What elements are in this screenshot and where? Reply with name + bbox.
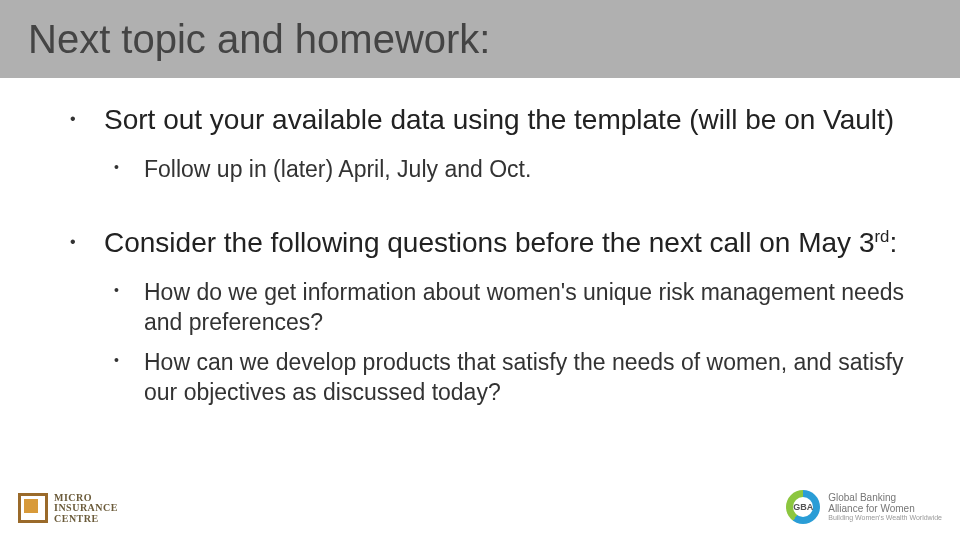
sub-list: How do we get information about women's … — [104, 278, 912, 408]
micro-insurance-centre-logo: Micro Insurance Centre — [18, 493, 118, 525]
list-item: Consider the following questions before … — [48, 225, 912, 408]
list-item: How can we develop products that satisfy… — [104, 348, 912, 408]
list-item: How do we get information about women's … — [104, 278, 912, 338]
list-item: Follow up in (later) April, July and Oct… — [104, 155, 912, 185]
mic-logo-icon — [18, 493, 48, 523]
bullet-text: Sort out your available data using the t… — [104, 102, 912, 137]
sub-bullet-text: Follow up in (later) April, July and Oct… — [144, 155, 912, 185]
sub-bullet-text: How can we develop products that satisfy… — [144, 348, 912, 408]
gba-logo: GBA Global Banking Alliance for Women Bu… — [786, 490, 942, 524]
list-item: Sort out your available data using the t… — [48, 102, 912, 185]
sub-list: Follow up in (later) April, July and Oct… — [104, 155, 912, 185]
gba-logo-text: Global Banking Alliance for Women Buildi… — [828, 492, 942, 522]
bullet-list: Sort out your available data using the t… — [48, 102, 912, 407]
mic-logo-text: Micro Insurance Centre — [54, 493, 118, 525]
sub-bullet-text: How do we get information about women's … — [144, 278, 912, 338]
slide-title: Next topic and homework: — [28, 17, 490, 62]
gba-logo-icon: GBA — [786, 490, 820, 524]
title-bar: Next topic and homework: — [0, 0, 960, 78]
footer: Micro Insurance Centre GBA Global Bankin… — [0, 480, 960, 528]
bullet-text: Consider the following questions before … — [104, 225, 912, 260]
slide-content: Sort out your available data using the t… — [0, 78, 960, 407]
